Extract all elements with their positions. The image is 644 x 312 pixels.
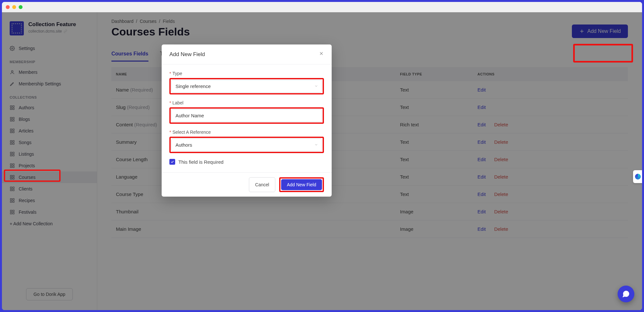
modal-close-button[interactable] bbox=[319, 51, 324, 58]
maximize-window-icon[interactable] bbox=[19, 5, 23, 9]
minimize-window-icon[interactable] bbox=[12, 5, 16, 9]
type-select[interactable]: Single reference bbox=[171, 80, 322, 93]
type-label: *Type bbox=[169, 71, 324, 76]
highlight-submit-button: Add New Field bbox=[279, 177, 324, 192]
highlight-reference-field: Authors bbox=[169, 137, 324, 153]
chevron-down-icon bbox=[314, 83, 318, 89]
highlight-label-field bbox=[169, 107, 324, 124]
chat-icon bbox=[622, 290, 630, 298]
circle-icon bbox=[635, 174, 641, 180]
side-widget[interactable] bbox=[633, 170, 642, 183]
required-label: This field is Required bbox=[178, 159, 223, 165]
close-window-icon[interactable] bbox=[6, 5, 10, 9]
window-titlebar bbox=[2, 2, 642, 12]
highlight-type-field: Single reference bbox=[169, 78, 324, 94]
modal-submit-button[interactable]: Add New Field bbox=[281, 179, 322, 190]
label-label: *Label bbox=[169, 100, 324, 105]
chevron-down-icon bbox=[314, 142, 318, 148]
cancel-button[interactable]: Cancel bbox=[249, 177, 275, 192]
label-input[interactable] bbox=[171, 109, 322, 122]
reference-select[interactable]: Authors bbox=[171, 139, 322, 151]
chat-fab[interactable] bbox=[618, 286, 634, 302]
add-field-modal: Add New Field *Type Single reference *La… bbox=[162, 44, 332, 197]
modal-title: Add New Field bbox=[169, 51, 205, 58]
close-icon bbox=[319, 51, 324, 56]
required-checkbox-row[interactable]: This field is Required bbox=[169, 159, 324, 165]
reference-label: *Select A Reference bbox=[169, 130, 324, 135]
checkbox-checked-icon bbox=[169, 159, 175, 165]
